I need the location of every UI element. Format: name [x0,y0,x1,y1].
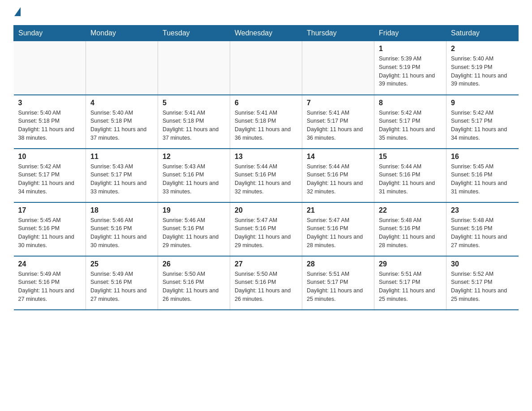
day-number: 1 [379,45,442,53]
day-cell: 4Sunrise: 5:40 AM Sunset: 5:18 PM Daylig… [86,95,158,149]
day-number: 10 [18,153,82,161]
day-info: Sunrise: 5:45 AM Sunset: 5:16 PM Dayligh… [451,163,514,196]
day-info: Sunrise: 5:40 AM Sunset: 5:18 PM Dayligh… [18,109,82,142]
header-cell-sunday: Sunday [14,26,86,41]
day-cell: 24Sunrise: 5:49 AM Sunset: 5:16 PM Dayli… [14,256,86,310]
day-number: 26 [163,260,225,268]
header-cell-wednesday: Wednesday [230,26,302,41]
day-info: Sunrise: 5:40 AM Sunset: 5:19 PM Dayligh… [451,55,514,88]
day-number: 5 [163,99,225,107]
day-cell: 19Sunrise: 5:46 AM Sunset: 5:16 PM Dayli… [158,202,230,256]
day-number: 24 [18,260,82,268]
week-row-2: 3Sunrise: 5:40 AM Sunset: 5:18 PM Daylig… [14,95,519,149]
day-cell [14,41,86,95]
day-number: 18 [90,206,153,214]
day-info: Sunrise: 5:44 AM Sunset: 5:16 PM Dayligh… [235,163,297,196]
day-info: Sunrise: 5:49 AM Sunset: 5:16 PM Dayligh… [18,270,82,304]
day-info: Sunrise: 5:48 AM Sunset: 5:16 PM Dayligh… [451,216,514,250]
day-cell: 8Sunrise: 5:42 AM Sunset: 5:17 PM Daylig… [374,95,446,149]
day-cell [230,41,302,95]
logo [13,9,21,16]
day-number: 16 [451,153,514,161]
day-cell: 23Sunrise: 5:48 AM Sunset: 5:16 PM Dayli… [446,202,519,256]
page-header [13,9,519,16]
day-info: Sunrise: 5:50 AM Sunset: 5:16 PM Dayligh… [235,270,297,304]
day-cell [86,41,158,95]
day-info: Sunrise: 5:44 AM Sunset: 5:16 PM Dayligh… [307,163,369,196]
day-cell: 30Sunrise: 5:52 AM Sunset: 5:17 PM Dayli… [446,256,519,310]
day-number: 19 [163,206,225,214]
day-info: Sunrise: 5:42 AM Sunset: 5:17 PM Dayligh… [18,163,82,196]
day-number: 13 [235,153,297,161]
day-cell: 11Sunrise: 5:43 AM Sunset: 5:17 PM Dayli… [86,149,158,202]
header-row: SundayMondayTuesdayWednesdayThursdayFrid… [14,26,519,41]
day-number: 4 [90,99,153,107]
day-cell: 16Sunrise: 5:45 AM Sunset: 5:16 PM Dayli… [446,149,519,202]
day-number: 25 [90,260,153,268]
week-row-3: 10Sunrise: 5:42 AM Sunset: 5:17 PM Dayli… [14,149,519,202]
day-number: 21 [307,206,369,214]
day-cell: 3Sunrise: 5:40 AM Sunset: 5:18 PM Daylig… [14,95,86,149]
day-info: Sunrise: 5:49 AM Sunset: 5:16 PM Dayligh… [90,270,153,304]
logo-triangle-icon [14,7,21,16]
day-cell: 2Sunrise: 5:40 AM Sunset: 5:19 PM Daylig… [446,41,519,95]
day-cell: 17Sunrise: 5:45 AM Sunset: 5:16 PM Dayli… [14,202,86,256]
day-number: 3 [18,99,82,107]
header-cell-monday: Monday [86,26,158,41]
day-cell: 9Sunrise: 5:42 AM Sunset: 5:17 PM Daylig… [446,95,519,149]
day-cell: 7Sunrise: 5:41 AM Sunset: 5:17 PM Daylig… [302,95,374,149]
day-number: 30 [451,260,514,268]
week-row-1: 1Sunrise: 5:39 AM Sunset: 5:19 PM Daylig… [14,41,519,95]
day-info: Sunrise: 5:52 AM Sunset: 5:17 PM Dayligh… [451,270,514,304]
day-info: Sunrise: 5:46 AM Sunset: 5:16 PM Dayligh… [90,216,153,250]
day-info: Sunrise: 5:41 AM Sunset: 5:17 PM Dayligh… [307,109,369,142]
day-cell: 29Sunrise: 5:51 AM Sunset: 5:17 PM Dayli… [374,256,446,310]
day-info: Sunrise: 5:42 AM Sunset: 5:17 PM Dayligh… [379,109,442,142]
day-number: 22 [379,206,442,214]
day-cell: 18Sunrise: 5:46 AM Sunset: 5:16 PM Dayli… [86,202,158,256]
day-number: 6 [235,99,297,107]
day-number: 27 [235,260,297,268]
day-info: Sunrise: 5:45 AM Sunset: 5:16 PM Dayligh… [18,216,82,250]
day-info: Sunrise: 5:47 AM Sunset: 5:16 PM Dayligh… [307,216,369,250]
day-cell: 12Sunrise: 5:43 AM Sunset: 5:16 PM Dayli… [158,149,230,202]
day-info: Sunrise: 5:43 AM Sunset: 5:16 PM Dayligh… [163,163,225,196]
day-info: Sunrise: 5:41 AM Sunset: 5:18 PM Dayligh… [163,109,225,142]
day-number: 11 [90,153,153,161]
day-info: Sunrise: 5:46 AM Sunset: 5:16 PM Dayligh… [163,216,225,250]
day-cell: 25Sunrise: 5:49 AM Sunset: 5:16 PM Dayli… [86,256,158,310]
day-info: Sunrise: 5:51 AM Sunset: 5:17 PM Dayligh… [379,270,442,304]
day-number: 14 [307,153,369,161]
day-cell: 14Sunrise: 5:44 AM Sunset: 5:16 PM Dayli… [302,149,374,202]
week-row-5: 24Sunrise: 5:49 AM Sunset: 5:16 PM Dayli… [14,256,519,310]
day-cell [302,41,374,95]
day-number: 20 [235,206,297,214]
day-number: 2 [451,45,514,53]
header-cell-tuesday: Tuesday [158,26,230,41]
day-cell: 10Sunrise: 5:42 AM Sunset: 5:17 PM Dayli… [14,149,86,202]
day-number: 28 [307,260,369,268]
day-number: 8 [379,99,442,107]
day-info: Sunrise: 5:40 AM Sunset: 5:18 PM Dayligh… [90,109,153,142]
day-cell: 28Sunrise: 5:51 AM Sunset: 5:17 PM Dayli… [302,256,374,310]
day-number: 7 [307,99,369,107]
day-info: Sunrise: 5:51 AM Sunset: 5:17 PM Dayligh… [307,270,369,304]
header-cell-friday: Friday [374,26,446,41]
day-info: Sunrise: 5:41 AM Sunset: 5:18 PM Dayligh… [235,109,297,142]
day-info: Sunrise: 5:50 AM Sunset: 5:16 PM Dayligh… [163,270,225,304]
day-cell: 27Sunrise: 5:50 AM Sunset: 5:16 PM Dayli… [230,256,302,310]
day-number: 23 [451,206,514,214]
day-info: Sunrise: 5:48 AM Sunset: 5:16 PM Dayligh… [379,216,442,250]
day-number: 15 [379,153,442,161]
day-info: Sunrise: 5:43 AM Sunset: 5:17 PM Dayligh… [90,163,153,196]
day-info: Sunrise: 5:39 AM Sunset: 5:19 PM Dayligh… [379,55,442,88]
calendar-header: SundayMondayTuesdayWednesdayThursdayFrid… [14,26,519,41]
day-info: Sunrise: 5:44 AM Sunset: 5:16 PM Dayligh… [379,163,442,196]
day-cell: 21Sunrise: 5:47 AM Sunset: 5:16 PM Dayli… [302,202,374,256]
day-cell: 22Sunrise: 5:48 AM Sunset: 5:16 PM Dayli… [374,202,446,256]
day-number: 12 [163,153,225,161]
day-cell: 1Sunrise: 5:39 AM Sunset: 5:19 PM Daylig… [374,41,446,95]
day-number: 9 [451,99,514,107]
day-cell [158,41,230,95]
day-info: Sunrise: 5:42 AM Sunset: 5:17 PM Dayligh… [451,109,514,142]
